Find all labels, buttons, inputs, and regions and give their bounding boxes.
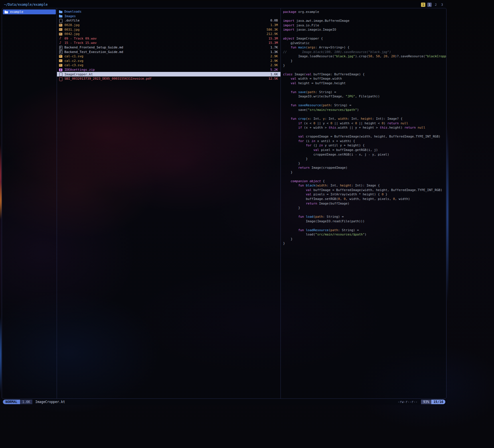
code-line: for (j in y until y + height) { [283, 143, 444, 148]
file-row[interactable]: Backend_Frontend_Setup_Guide.md1.7K [57, 45, 280, 50]
code-token: val [313, 148, 319, 152]
parent-directory-pane[interactable]: example [2, 8, 57, 398]
code-blank [283, 86, 285, 89]
status-right: -rw-r--r-- 93% 15/16 [398, 400, 445, 404]
code-token: loadResource [306, 228, 328, 232]
code-line: if (x < 0 || y < 0 || width < 0 || heigh… [283, 121, 444, 126]
code-token: : String) = [338, 228, 359, 232]
code-token: , [387, 54, 391, 58]
file-name: IDEAsettings.zip [64, 68, 267, 72]
code-line: save("src/main/resources/$path") [283, 108, 444, 112]
code-token: package [283, 10, 296, 14]
code-token: height = buffImage.height [296, 81, 345, 85]
file-row[interactable]: SBI_0032013739_2023_DE05_0003155631Invoi… [57, 76, 280, 81]
code-token: ( [313, 215, 315, 219]
code-token: } [283, 162, 300, 165]
file-size: 212.9K [266, 32, 278, 36]
code-token: if [298, 126, 302, 129]
code-token: x [308, 117, 310, 121]
file-row[interactable]: cal-c1.svg2.9K [57, 54, 280, 59]
tab-indicator-4[interactable]: 3 [440, 3, 444, 7]
code-blank [283, 32, 285, 36]
file-row[interactable]: ImageCropper.kt1.6K [57, 72, 280, 76]
file-row[interactable]: 0042.jpg212.9K [57, 32, 280, 36]
code-line [283, 174, 444, 179]
tab-indicator-1[interactable]: 1 [421, 3, 425, 7]
code-token: : Int, [325, 117, 338, 121]
code-token: )?.saveResource( [395, 54, 425, 58]
code-token: load( [283, 233, 315, 236]
code-token: 20 [384, 54, 387, 58]
code-token: } [283, 157, 308, 161]
code-token [283, 179, 291, 183]
code-token [283, 148, 313, 152]
code-token [283, 90, 291, 94]
code-token [296, 90, 298, 94]
code-line: import java.io.File [283, 23, 444, 28]
file-row[interactable]: 15 - Track 15.wav15.3M [57, 41, 280, 45]
file-row[interactable]: cal-c2.svg2.9K [57, 59, 280, 63]
code-token: Image( [293, 72, 306, 76]
code-token [283, 117, 291, 121]
code-token [283, 46, 291, 49]
code-line: package org.example [283, 10, 444, 14]
code-token: : Int, [310, 117, 323, 121]
file-row[interactable]: 0031.jpg586.3K [57, 27, 280, 32]
code-token: null [401, 121, 408, 125]
code-token: saveResource [298, 103, 321, 107]
code-token: width [317, 184, 327, 187]
tab-indicator-3[interactable]: 2 [434, 3, 438, 7]
code-token: for [306, 144, 311, 147]
file-size: 2.9K [270, 54, 278, 58]
code-token: "blackCropped. [425, 54, 446, 58]
code-line: companion object { [283, 179, 444, 184]
code-token: width [338, 117, 347, 121]
cursor-position-badge: 15/16 [431, 400, 445, 404]
svg-icon [59, 55, 62, 58]
file-list-pane[interactable]: DownloadsImages.dotfile0.0B0028.jpg1.3M0… [57, 8, 281, 398]
code-line: } [283, 241, 444, 246]
file-row[interactable]: 0028.jpg1.3M [57, 23, 280, 27]
code-token [283, 126, 298, 129]
svg-icon [59, 64, 62, 67]
file-size: 0.0B [270, 19, 278, 22]
code-line: val width = buffImage.width [283, 76, 444, 81]
file-size: 586.3K [266, 28, 278, 32]
code-line: @JvmStatic [283, 41, 444, 46]
code-token: : String) = [323, 215, 344, 219]
preview-pane: package org.example import java.awt.imag… [281, 8, 446, 398]
parent-dir-row[interactable]: example [3, 9, 56, 14]
code-token: , [372, 54, 376, 58]
file-row[interactable]: Downloads [57, 9, 280, 14]
code-line [283, 223, 444, 228]
code-token: "black.jpg" [334, 54, 355, 58]
code-token: ImageCropper { [295, 37, 323, 40]
file-row[interactable]: .dotfile0.0B [57, 18, 280, 23]
file-row[interactable]: 09 - Track 09.wav15.3M [57, 36, 280, 41]
tab-indicator-2[interactable]: 1 [427, 3, 432, 7]
code-token: ).crop( [355, 54, 368, 58]
file-size: 1.6K [270, 72, 278, 76]
code-token: 0 [344, 197, 346, 201]
code-token: ) [357, 108, 359, 112]
code-token: y [323, 117, 325, 121]
code-token: java.io.File [295, 23, 319, 27]
code-token: (j [311, 144, 319, 147]
code-token: Image(buffImage) [317, 202, 349, 205]
kotlin-icon [59, 72, 62, 76]
file-row[interactable]: IDEAsettings.zip5.2K [57, 68, 280, 72]
code-blank [283, 99, 285, 103]
code-token: buffImage.setRGB( [283, 197, 338, 201]
code-token: return [387, 121, 399, 125]
file-row[interactable]: Backend_Test_Execution_Guide.md1.3K [57, 50, 280, 54]
file-row[interactable]: Images [57, 14, 280, 19]
code-token: fun [298, 215, 304, 219]
code-token [283, 202, 306, 205]
code-line: } [283, 206, 444, 210]
code-line: class Image(val buffImage: BufferedImage… [283, 72, 444, 77]
code-line: for (i in x until x + width) { [283, 139, 444, 144]
file-row[interactable]: cal-c3.svg2.9K [57, 63, 280, 68]
file-name: 0042.jpg [64, 32, 263, 36]
file-name: cal-c3.svg [64, 63, 267, 67]
code-token: import [283, 28, 295, 32]
